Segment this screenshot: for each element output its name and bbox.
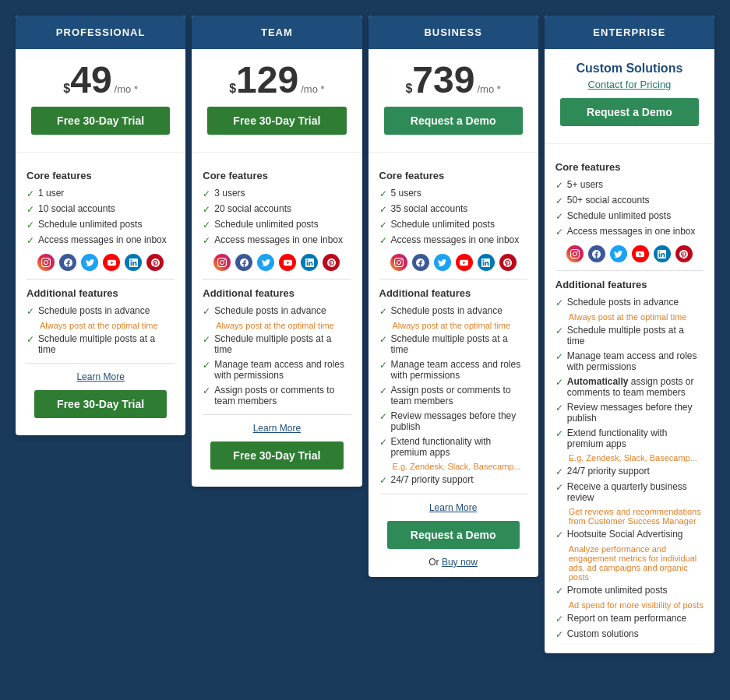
youtube-icon[interactable]: [279, 254, 296, 271]
check-icon: ✓: [555, 529, 563, 540]
feature-text: Schedule multiple posts at a time: [38, 333, 175, 355]
check-icon: ✓: [26, 235, 34, 246]
feature-sub-text: E.g. Zendesk, Slack, Basecamp...: [393, 462, 527, 471]
twitter-icon[interactable]: [257, 254, 274, 271]
cta-button-professional[interactable]: Free 30-Day Trial: [31, 107, 170, 135]
plan-card-professional: PROFESSIONAL$49/mo *Free 30-Day TrialCor…: [16, 16, 185, 435]
learn-more-link[interactable]: Learn More: [379, 502, 527, 513]
core-feature-item: ✓1 user: [26, 188, 175, 199]
twitter-icon[interactable]: [434, 254, 451, 271]
cta-button-enterprise[interactable]: Request a Demo: [560, 98, 699, 126]
linkedin-icon[interactable]: [301, 254, 318, 271]
check-icon: ✓: [555, 428, 563, 439]
instagram-icon[interactable]: [37, 254, 55, 271]
check-icon: ✓: [555, 325, 563, 336]
cta-button-business[interactable]: Request a Demo: [384, 107, 523, 135]
feature-text: Report on team performance: [567, 613, 686, 624]
check-icon: ✓: [379, 188, 387, 199]
contact-pricing-link[interactable]: Contact for Pricing: [552, 79, 707, 90]
additional-feature-item: ✓Automatically assign posts or comments …: [555, 376, 704, 398]
feature-row: ✓Schedule multiple posts at a time: [379, 333, 527, 355]
instagram-icon[interactable]: [213, 254, 231, 271]
price-dollar: $: [229, 82, 236, 96]
pinterest-icon[interactable]: [675, 245, 693, 262]
learn-more-link[interactable]: Learn More: [26, 371, 175, 382]
check-icon: ✓: [555, 466, 563, 477]
feature-text: 10 social accounts: [38, 203, 115, 214]
buy-now-link[interactable]: Buy now: [442, 557, 478, 568]
feature-text: Assign posts or comments to team members: [214, 385, 351, 406]
check-icon: ✓: [555, 614, 563, 624]
linkedin-icon[interactable]: [125, 254, 142, 271]
social-icons-row: [26, 254, 175, 271]
plan-card-business: BUSINESS$739/mo *Request a DemoCore feat…: [369, 16, 538, 577]
instagram-icon[interactable]: [566, 245, 584, 262]
check-icon: ✓: [555, 377, 563, 388]
facebook-icon[interactable]: [412, 254, 429, 271]
price-amount: 129: [236, 62, 298, 99]
youtube-icon[interactable]: [103, 254, 120, 271]
feature-sub-text: Ad spend for more visibility of posts: [569, 600, 704, 610]
learn-more-link[interactable]: Learn More: [203, 423, 351, 434]
linkedin-icon[interactable]: [478, 254, 495, 271]
buy-now-text: Or Buy now: [379, 557, 527, 568]
divider: [203, 279, 351, 280]
pinterest-icon[interactable]: [323, 254, 340, 271]
feature-text: Schedule unlimited posts: [391, 219, 495, 230]
feature-text: Schedule multiple posts at a time: [391, 333, 527, 355]
facebook-icon[interactable]: [235, 254, 252, 271]
check-icon: ✓: [379, 475, 387, 486]
bottom-cta-button-professional[interactable]: Free 30-Day Trial: [34, 390, 167, 418]
youtube-icon[interactable]: [632, 245, 649, 262]
feature-text: Schedule unlimited posts: [567, 210, 671, 221]
feature-row: ✓Manage team access and roles with permi…: [203, 359, 351, 381]
core-feature-item: ✓5 users: [379, 188, 527, 199]
bottom-cta-button-team[interactable]: Free 30-Day Trial: [210, 441, 343, 470]
check-icon: ✓: [379, 411, 387, 422]
core-features-title: Core features: [26, 170, 175, 181]
feature-row: ✓Assign posts or comments to team member…: [379, 385, 527, 406]
plan-body-enterprise: Core features✓5+ users✓50+ social accoun…: [545, 144, 714, 653]
feature-row: ✓Extend functionality with premium apps: [379, 436, 527, 458]
check-icon: ✓: [379, 437, 387, 448]
feature-row: ✓Automatically assign posts or comments …: [555, 376, 704, 398]
feature-row: ✓Schedule posts in advance: [26, 305, 175, 317]
price-dollar: $: [405, 82, 412, 96]
additional-feature-item: ✓Schedule posts in advanceAlways post at…: [203, 305, 351, 330]
social-icons-row: [203, 254, 351, 271]
additional-feature-item: ✓Assign posts or comments to team member…: [203, 385, 351, 406]
social-icons-row: [555, 245, 704, 262]
cta-button-team[interactable]: Free 30-Day Trial: [207, 107, 346, 135]
feature-text: Assign posts or comments to team members: [391, 385, 527, 406]
feature-text: 1 user: [38, 188, 64, 199]
check-icon: ✓: [203, 334, 210, 345]
feature-text: 24/7 priority support: [567, 466, 650, 477]
pinterest-icon[interactable]: [146, 254, 164, 271]
core-features-title: Core features: [379, 170, 527, 181]
pinterest-icon[interactable]: [499, 254, 517, 271]
feature-text: Access messages in one inbox: [214, 234, 343, 245]
bottom-cta-button-business[interactable]: Request a Demo: [387, 521, 520, 549]
twitter-icon[interactable]: [81, 254, 98, 271]
youtube-icon[interactable]: [456, 254, 473, 271]
additional-feature-item: ✓Custom solutions: [555, 628, 704, 640]
core-feature-item: ✓50+ social accounts: [555, 195, 704, 206]
check-icon: ✓: [379, 220, 387, 230]
check-icon: ✓: [555, 211, 563, 222]
feature-text: 5 users: [391, 188, 421, 199]
feature-row: ✓Schedule multiple posts at a time: [26, 333, 175, 355]
feature-row: ✓Schedule posts in advance: [379, 305, 527, 317]
linkedin-icon[interactable]: [654, 245, 671, 262]
feature-text: Schedule posts in advance: [391, 305, 503, 316]
additional-feature-item: ✓Manage team access and roles with permi…: [203, 359, 351, 381]
facebook-icon[interactable]: [588, 245, 605, 262]
plan-price-team: $129/mo *: [199, 62, 354, 99]
facebook-icon[interactable]: [59, 254, 76, 271]
feature-text: Manage team access and roles with permis…: [214, 359, 351, 381]
twitter-icon[interactable]: [610, 245, 627, 262]
check-icon: ✓: [26, 334, 34, 345]
feature-row: ✓Schedule multiple posts at a time: [555, 325, 704, 346]
check-icon: ✓: [555, 297, 563, 308]
plan-card-enterprise: ENTERPRISECustom SolutionsContact for Pr…: [545, 16, 714, 653]
instagram-icon[interactable]: [390, 254, 407, 271]
